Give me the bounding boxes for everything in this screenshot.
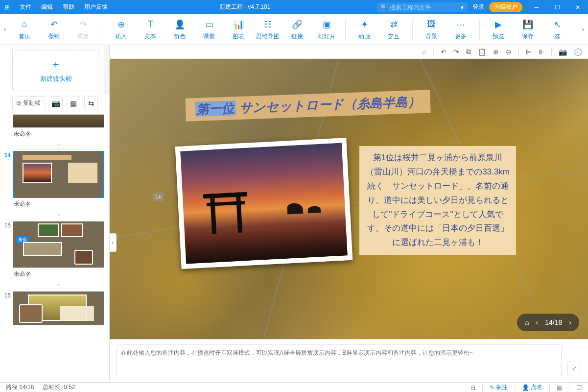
- remark-button[interactable]: ✎备注: [490, 383, 508, 392]
- star-icon: ✦: [361, 19, 368, 30]
- search-input[interactable]: [377, 2, 468, 12]
- copy-frame-button[interactable]: ⧉复制帧: [12, 96, 45, 110]
- link-button[interactable]: 🔗链接: [285, 17, 309, 42]
- class-icon: ▭: [205, 19, 213, 30]
- zoom-in-icon[interactable]: ⊕: [493, 48, 499, 56]
- person-icon: 👤: [522, 384, 529, 391]
- frame-number-badge: 14: [153, 193, 164, 201]
- role-button[interactable]: 👤角色: [168, 17, 191, 42]
- new-frame-button[interactable]: ＋ 新建镜头帧: [12, 49, 99, 91]
- timeline-icon[interactable]: ⊟: [470, 384, 475, 391]
- edit-icon: ✎: [490, 384, 494, 391]
- cursor-icon: ↖: [554, 19, 561, 30]
- insert-button[interactable]: ⊕插入: [109, 17, 133, 42]
- status-path: 路径 14/18: [6, 383, 34, 392]
- menu-edit[interactable]: 编辑: [36, 3, 58, 11]
- upgrade-button[interactable]: 升级帐户: [489, 2, 522, 12]
- close-button[interactable]: ✕: [567, 0, 588, 14]
- qr-button[interactable]: ▦: [67, 97, 80, 110]
- login-link[interactable]: 登录: [468, 3, 489, 11]
- main-area: ＋ 新建镜头帧 ⧉复制帧 📷 ▦ ⇆ 未命名 ⌄ 14: [0, 45, 588, 382]
- rotate-left-icon[interactable]: ↶: [441, 48, 447, 56]
- canvas[interactable]: 14 第一位 サンセットロード（糸島半島） 第1位は桜井二見ヶ浦から前原泉川（雷…: [110, 59, 588, 339]
- nav-next-icon[interactable]: ›: [569, 318, 571, 326]
- search-box: 🔍 ▼: [377, 2, 468, 12]
- collapse-toolbar-right-icon[interactable]: ›: [578, 14, 588, 45]
- thumbnail-image: 美食: [13, 221, 104, 268]
- interact-button[interactable]: ⇄交互: [382, 17, 405, 42]
- notes-input[interactable]: [117, 344, 562, 377]
- slide-thumbnail[interactable]: 16: [0, 290, 109, 326]
- expand-notes-icon[interactable]: ⤢: [567, 362, 581, 375]
- collapse-sidebar-icon[interactable]: ‹: [110, 233, 117, 252]
- background-button[interactable]: 🖼背景: [420, 17, 443, 42]
- camera-button[interactable]: 📷: [49, 97, 63, 110]
- ribbon-toolbar: ‹ ⌂首页 ↶撤销 ↷恢复 ⊕插入 T文本 👤角色 ▭课堂 📊图表 ☷思维导图 …: [0, 14, 588, 45]
- slide-panel: ＋ 新建镜头帧 ⧉复制帧 📷 ▦ ⇆ 未命名 ⌄ 14: [0, 45, 110, 382]
- home-button[interactable]: ⌂首页: [13, 17, 36, 42]
- thumbnail-image: [13, 291, 104, 325]
- nav-prev-icon[interactable]: ‹: [536, 318, 539, 326]
- sidebar-scrollbar[interactable]: [104, 45, 109, 94]
- paste-icon[interactable]: 📋: [478, 48, 486, 56]
- slide-button[interactable]: ▣幻灯片: [315, 17, 338, 42]
- shuffle-button[interactable]: ⇆: [84, 97, 98, 110]
- photo-frame[interactable]: [175, 138, 353, 269]
- distribute-icon[interactable]: ⊪: [539, 48, 544, 56]
- title-bar: ⊞ 文件 编辑 帮助 用户反馈 新建工程 - v4.7.101 🔍 ▼ 登录 升…: [0, 0, 588, 14]
- description-text-box[interactable]: 第1位は桜井二見ヶ浦から前原泉川（雷山川）河口の弁天橋までの33.3km続く「サ…: [359, 146, 516, 255]
- canvas-nav-pill: ⌂ ‹ 14/18 ›: [517, 314, 579, 331]
- preview-button[interactable]: ▶预览: [487, 17, 510, 42]
- text-icon: T: [148, 19, 153, 30]
- animation-button[interactable]: ✦动画: [353, 17, 376, 42]
- minimize-button[interactable]: ─: [526, 0, 547, 14]
- slide-name: 未命名: [13, 128, 104, 140]
- more-button[interactable]: ⋯更多: [449, 17, 472, 42]
- sidebar-tools: ⧉复制帧 📷 ▦ ⇆: [12, 96, 104, 110]
- menu-feedback[interactable]: 用户反馈: [79, 3, 113, 11]
- mindmap-button[interactable]: ☷思维导图: [256, 17, 280, 42]
- slide-thumbnail[interactable]: 15 美食 未命名 ⌄: [0, 220, 109, 290]
- align-icon[interactable]: ⊫: [526, 48, 532, 56]
- slide-thumbnail[interactable]: 未命名 ⌄: [0, 113, 109, 150]
- status-bar: 路径 14/18 总时长: 0:52 ⊟ ✎备注 👤点名 ▦ 🖵: [0, 382, 588, 392]
- select-button[interactable]: ↖选: [545, 17, 569, 42]
- home-icon: ⌂: [22, 19, 27, 30]
- interact-icon: ⇄: [390, 19, 398, 30]
- roll-call-button[interactable]: 👤点名: [522, 383, 542, 392]
- play-icon: ▶: [495, 19, 502, 30]
- status-duration: 总时长: 0:52: [43, 383, 75, 392]
- island-graphic: [287, 201, 327, 214]
- chart-button[interactable]: 📊图表: [227, 17, 250, 42]
- image-icon: 🖼: [427, 19, 436, 30]
- maximize-button[interactable]: ☐: [547, 0, 567, 14]
- transition-icon: ⌄: [13, 280, 104, 289]
- nav-home-icon[interactable]: ⌂: [525, 318, 529, 326]
- transition-icon: ⌄: [13, 210, 104, 219]
- menu-file[interactable]: 文件: [15, 3, 36, 11]
- undo-button[interactable]: ↶撤销: [42, 17, 66, 42]
- canvas-area: ⌂ ↶ ↷ ⧉ 📋 ⊕ ⊖ ⊫ ⊪ 📷 🕘 14 第一位 サンセットロード（糸島…: [110, 45, 588, 382]
- grid-view-icon[interactable]: ▦: [557, 384, 562, 391]
- notes-panel: ⤢: [110, 339, 588, 382]
- menu-help[interactable]: 帮助: [58, 3, 79, 11]
- text-button[interactable]: T文本: [139, 17, 162, 42]
- snapshot-icon[interactable]: 📷: [559, 48, 567, 56]
- toolbar-separator: [412, 19, 413, 40]
- class-button[interactable]: ▭课堂: [197, 17, 221, 42]
- history-icon[interactable]: 🕘: [574, 48, 582, 56]
- plus-icon: ＋: [50, 57, 61, 72]
- rotate-right-icon[interactable]: ↷: [453, 48, 459, 56]
- link-icon: 🔗: [292, 19, 303, 30]
- save-button[interactable]: 💾保存: [516, 17, 540, 42]
- app-logo-icon: ⊞: [0, 4, 15, 11]
- copy-icon[interactable]: ⧉: [466, 48, 471, 56]
- home-view-icon[interactable]: ⌂: [423, 48, 426, 56]
- slide-thumbnail[interactable]: 14 未命名 ⌄: [0, 150, 109, 220]
- screen-icon[interactable]: 🖵: [576, 384, 582, 391]
- save-icon: 💾: [522, 19, 533, 30]
- thumbnail-image: [13, 151, 104, 198]
- zoom-out-icon[interactable]: ⊖: [506, 48, 512, 56]
- collapse-toolbar-left-icon[interactable]: ‹: [0, 14, 10, 45]
- search-dropdown-icon[interactable]: ▼: [460, 5, 465, 10]
